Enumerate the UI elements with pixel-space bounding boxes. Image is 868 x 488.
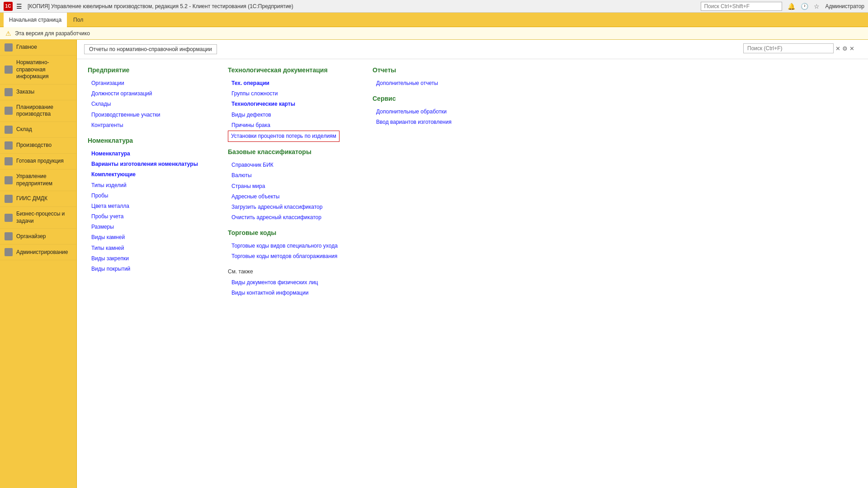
content-top-bar: Отчеты по нормативно-справочной информац… [77, 40, 868, 59]
link-components[interactable]: Комплектующие [88, 169, 210, 180]
ready-icon [5, 157, 13, 165]
link-trade-codes-care[interactable]: Торговые коды видов специального ухода [228, 241, 354, 251]
breadcrumb-button[interactable]: Отчеты по нормативно-справочной информац… [84, 44, 217, 54]
nav-tab-button[interactable]: Пол [68, 13, 89, 27]
sidebar-item-label: Заказы [16, 89, 34, 96]
sidebar-item-label: Органайзер [16, 233, 46, 240]
link-trade-codes-ennobling[interactable]: Торговые коды методов облагораживания [228, 251, 354, 262]
link-clear-address-classifier[interactable]: Очистить адресный классификатор [228, 212, 354, 223]
link-doc-types-persons[interactable]: Виды документов физических лиц [228, 277, 354, 288]
sidebar-item-label: Производство [16, 142, 52, 149]
link-tech-ops[interactable]: Тех. операции [228, 78, 354, 89]
sidebar-item-organizer[interactable]: Органайзер [0, 229, 76, 244]
management-icon [5, 176, 13, 184]
sidebar-item-business[interactable]: Бизнес-процессы и задачи [0, 207, 76, 229]
link-organizations[interactable]: Организации [88, 78, 210, 89]
link-product-types[interactable]: Типы изделий [88, 180, 210, 191]
reports-section-title: Отчеты [373, 66, 472, 74]
sidebar-item-orders[interactable]: Заказы [0, 84, 76, 100]
link-positions[interactable]: Должности организаций [88, 89, 210, 99]
content-area: Отчеты по нормативно-справочной информац… [77, 40, 868, 488]
content-search-input[interactable] [743, 43, 834, 53]
link-load-address-classifier[interactable]: Загрузить адресный классификатор [228, 202, 354, 212]
sidebar-item-planning[interactable]: Планирование производства [0, 100, 76, 122]
sidebar-item-production[interactable]: Производство [0, 138, 76, 154]
left-column: Предприятие Организации Должности органи… [88, 66, 210, 298]
nav-home-button[interactable]: Начальная страница [4, 13, 67, 27]
window-title: [КОПИЯ] Управление ювелирным производств… [28, 3, 697, 9]
right-column: Отчеты Дополнительные отчеты Сервис Допо… [373, 66, 472, 298]
business-icon [5, 214, 13, 222]
middle-column: Технологическая документация Тех. операц… [228, 66, 354, 298]
sidebar-item-giis[interactable]: ГИИС ДМДК [0, 191, 76, 207]
titlebar-right: 🔔 🕐 ☆ Администратор [701, 2, 864, 11]
nav-bar: Начальная страница Пол [0, 13, 868, 27]
organizer-icon [5, 232, 13, 240]
sidebar-item-warehouse[interactable]: Склад [0, 122, 76, 138]
link-additional-reports[interactable]: Дополнительные отчеты [373, 78, 472, 89]
bell-icon[interactable]: 🔔 [788, 3, 795, 10]
link-currencies[interactable]: Валюты [228, 170, 354, 181]
sidebar-item-home[interactable]: Главное [0, 40, 76, 56]
main-layout: Главное Нормативно-справочная информация… [0, 40, 868, 488]
history-icon[interactable]: 🕐 [801, 3, 808, 10]
link-tech-cards[interactable]: Технологические карты [228, 99, 354, 109]
sidebar-item-label: Склад [16, 126, 32, 133]
link-probes-accounting[interactable]: Пробы учета [88, 211, 210, 222]
link-loss-percentages[interactable]: Установки процентов потерь по изделиям [228, 131, 340, 142]
link-bik[interactable]: Справочник БИК [228, 160, 354, 170]
tech-doc-section-title: Технологическая документация [228, 66, 354, 74]
link-production-areas[interactable]: Производственные участки [88, 110, 210, 120]
global-search-input[interactable] [701, 2, 782, 11]
link-countries[interactable]: Страны мира [228, 181, 354, 192]
see-also-label: См. также [228, 268, 354, 275]
link-setting-types[interactable]: Виды закрепки [88, 253, 210, 264]
production-icon [5, 141, 13, 150]
close-panel-icon[interactable]: ✕ [849, 45, 854, 52]
warning-icon: ⚠ [5, 30, 11, 37]
content-search: ✕ ⚙ ✕ [743, 43, 854, 53]
link-nomenclature[interactable]: Номенклатура [88, 149, 210, 159]
sidebar-item-label: Администрирование [16, 249, 68, 256]
link-complexity-groups[interactable]: Группы сложности [228, 89, 354, 99]
normative-icon [5, 66, 13, 74]
link-sizes[interactable]: Размеры [88, 222, 210, 232]
link-defect-reasons[interactable]: Причины брака [228, 120, 354, 131]
sidebar-item-label: Готовая продукция [16, 158, 64, 165]
classifiers-section-title: Базовые классификаторы [228, 148, 354, 155]
sidebar-item-label: Нормативно-справочная информация [16, 59, 72, 80]
sidebar-item-ready[interactable]: Готовая продукция [0, 154, 76, 169]
admin-icon [5, 248, 13, 256]
link-probes[interactable]: Пробы [88, 191, 210, 201]
link-warehouses[interactable]: Склады [88, 99, 210, 109]
link-stone-types[interactable]: Виды камней [88, 232, 210, 243]
close-search-icon[interactable]: ✕ [835, 45, 840, 52]
sidebar-item-management[interactable]: Управление предприятием [0, 169, 76, 191]
link-nomenclature-variants[interactable]: Варианты изготовления номенклатуры [88, 159, 210, 169]
link-coating-types[interactable]: Виды покрытий [88, 264, 210, 274]
link-address-objects[interactable]: Адресные объекты [228, 192, 354, 202]
star-icon[interactable]: ☆ [814, 3, 820, 10]
enterprise-section-title: Предприятие [88, 66, 210, 74]
sidebar-item-label: Бизнес-процессы и задачи [16, 211, 72, 225]
sidebar-item-normative[interactable]: Нормативно-справочная информация [0, 56, 76, 84]
trade-codes-section-title: Торговые коды [228, 229, 354, 236]
app-logo: 1С [4, 2, 13, 11]
warning-text: Эта версия для разработчико [15, 30, 90, 37]
link-manufacturing-variants[interactable]: Ввод вариантов изготовления [373, 117, 472, 127]
giis-icon [5, 195, 13, 203]
sidebar-item-admin[interactable]: Администрирование [0, 244, 76, 260]
sidebar-item-label: Главное [16, 44, 37, 51]
link-defect-types[interactable]: Виды дефектов [228, 110, 354, 120]
link-metal-colors[interactable]: Цвета металла [88, 201, 210, 211]
link-contact-info-types[interactable]: Виды контактной информации [228, 288, 354, 298]
sidebar: Главное Нормативно-справочная информация… [0, 40, 77, 488]
title-bar: 1С ☰ [КОПИЯ] Управление ювелирным произв… [0, 0, 868, 13]
hamburger-menu[interactable]: ☰ [16, 3, 22, 10]
service-section-title: Сервис [373, 95, 472, 102]
link-counterparties[interactable]: Контрагенты [88, 120, 210, 131]
settings-icon[interactable]: ⚙ [842, 45, 848, 52]
link-stone-kinds[interactable]: Типы камней [88, 243, 210, 253]
link-additional-processing[interactable]: Дополнительные обработки [373, 107, 472, 117]
warehouse-icon [5, 126, 13, 134]
